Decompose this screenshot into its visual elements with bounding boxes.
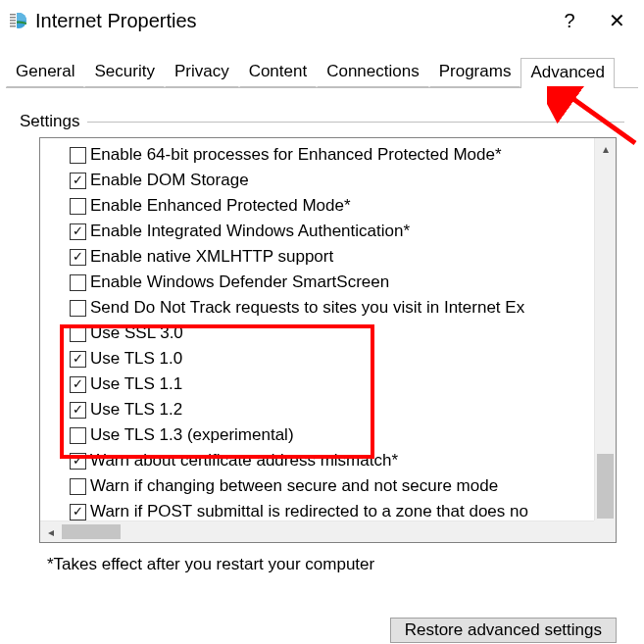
checkbox-icon[interactable]: ✓ — [70, 376, 86, 393]
checkbox-icon[interactable] — [70, 478, 86, 495]
settings-item[interactable]: ✓Enable Integrated Windows Authenticatio… — [40, 219, 616, 244]
scroll-left-icon[interactable]: ◂ — [40, 521, 62, 542]
svg-rect-5 — [10, 23, 16, 25]
advanced-panel: Settings Enable 64-bit processes for Enh… — [0, 88, 644, 574]
svg-rect-6 — [10, 25, 16, 27]
hscroll-thumb[interactable] — [62, 524, 121, 539]
settings-item[interactable]: Enable Windows Defender SmartScreen — [40, 270, 616, 295]
settings-item-label: Send Do Not Track requests to sites you … — [90, 296, 524, 320]
settings-item[interactable]: Use SSL 3.0 — [40, 321, 616, 346]
checkbox-icon[interactable]: ✓ — [70, 173, 86, 189]
settings-item[interactable]: ✓Warn about certificate address mismatch… — [40, 448, 616, 473]
vscroll-thumb[interactable] — [597, 454, 614, 519]
hscroll-track[interactable] — [62, 521, 594, 542]
checkbox-icon[interactable] — [70, 198, 86, 215]
settings-item[interactable]: Use TLS 1.3 (experimental) — [40, 422, 616, 448]
settings-item-label: Warn about certificate address mismatch* — [90, 449, 398, 472]
tab-security[interactable]: Security — [84, 57, 164, 87]
settings-item-label: Enable DOM Storage — [90, 169, 249, 192]
tab-connections[interactable]: Connections — [317, 57, 429, 87]
checkbox-icon[interactable] — [70, 427, 86, 444]
close-button[interactable]: ✕ — [593, 0, 640, 41]
tab-privacy[interactable]: Privacy — [165, 57, 239, 87]
checkbox-icon[interactable]: ✓ — [70, 223, 86, 240]
settings-item[interactable]: ✓Enable native XMLHTTP support — [40, 244, 616, 270]
settings-item-label: Use TLS 1.1 — [90, 372, 182, 396]
checkbox-icon[interactable]: ✓ — [70, 453, 86, 470]
settings-item-label: Use TLS 1.3 (experimental) — [90, 423, 294, 447]
settings-list-inner: Enable 64-bit processes for Enhanced Pro… — [40, 138, 616, 520]
settings-item-label: Enable Integrated Windows Authentication… — [90, 220, 410, 243]
settings-item-label: Enable native XMLHTTP support — [90, 245, 333, 269]
settings-item[interactable]: Warn if changing between secure and not … — [40, 473, 616, 499]
divider — [87, 122, 624, 123]
window-title: Internet Properties — [29, 10, 546, 32]
help-button[interactable]: ? — [546, 0, 593, 41]
settings-item[interactable]: Enable Enhanced Protected Mode* — [40, 193, 616, 219]
app-icon — [8, 10, 29, 31]
tab-bar: GeneralSecurityPrivacyContentConnections… — [6, 57, 638, 88]
settings-item-label: Enable Windows Defender SmartScreen — [90, 271, 389, 294]
settings-item-label: Use TLS 1.0 — [90, 347, 182, 371]
settings-listbox[interactable]: Enable 64-bit processes for Enhanced Pro… — [39, 137, 617, 543]
settings-item-label: Use SSL 3.0 — [90, 322, 183, 345]
settings-item-label: Enable Enhanced Protected Mode* — [90, 194, 351, 218]
svg-rect-3 — [10, 17, 16, 19]
settings-item[interactable]: ✓Use TLS 1.2 — [40, 397, 616, 422]
checkbox-icon[interactable] — [70, 325, 86, 342]
checkbox-icon[interactable] — [70, 300, 86, 317]
checkbox-icon[interactable]: ✓ — [70, 351, 86, 368]
footnote-text: *Takes effect after you restart your com… — [20, 543, 624, 574]
tab-general[interactable]: General — [6, 57, 84, 87]
checkbox-icon[interactable]: ✓ — [70, 504, 86, 520]
tab-advanced[interactable]: Advanced — [520, 58, 615, 88]
settings-item-label: Enable 64-bit processes for Enhanced Pro… — [90, 143, 502, 167]
checkbox-icon[interactable]: ✓ — [70, 402, 86, 419]
tab-programs[interactable]: Programs — [429, 57, 521, 87]
checkbox-icon[interactable] — [70, 274, 86, 291]
vertical-scrollbar[interactable]: ▴ ▾ — [594, 138, 616, 520]
settings-item[interactable]: Send Do Not Track requests to sites you … — [40, 295, 616, 321]
settings-item[interactable]: ✓Use TLS 1.0 — [40, 346, 616, 372]
svg-rect-2 — [10, 14, 16, 16]
checkbox-icon[interactable]: ✓ — [70, 249, 86, 266]
settings-group-label: Settings — [20, 112, 624, 131]
settings-item[interactable]: ✓Use TLS 1.1 — [40, 372, 616, 397]
settings-item-label: Warn if changing between secure and not … — [90, 474, 498, 498]
tab-content[interactable]: Content — [239, 57, 318, 87]
settings-label-text: Settings — [20, 112, 79, 131]
settings-item-label: Use TLS 1.2 — [90, 398, 182, 421]
vscroll-track[interactable] — [595, 160, 616, 499]
scroll-up-icon[interactable]: ▴ — [595, 138, 616, 160]
scroll-corner — [594, 520, 616, 542]
settings-item[interactable]: Enable 64-bit processes for Enhanced Pro… — [40, 142, 616, 168]
restore-defaults-button[interactable]: Restore advanced settings — [390, 618, 617, 643]
title-bar: Internet Properties ? ✕ — [0, 0, 644, 41]
horizontal-scrollbar[interactable]: ◂ ▸ — [40, 520, 616, 542]
checkbox-icon[interactable] — [70, 147, 86, 164]
settings-item[interactable]: ✓Enable DOM Storage — [40, 168, 616, 193]
svg-rect-4 — [10, 20, 16, 22]
